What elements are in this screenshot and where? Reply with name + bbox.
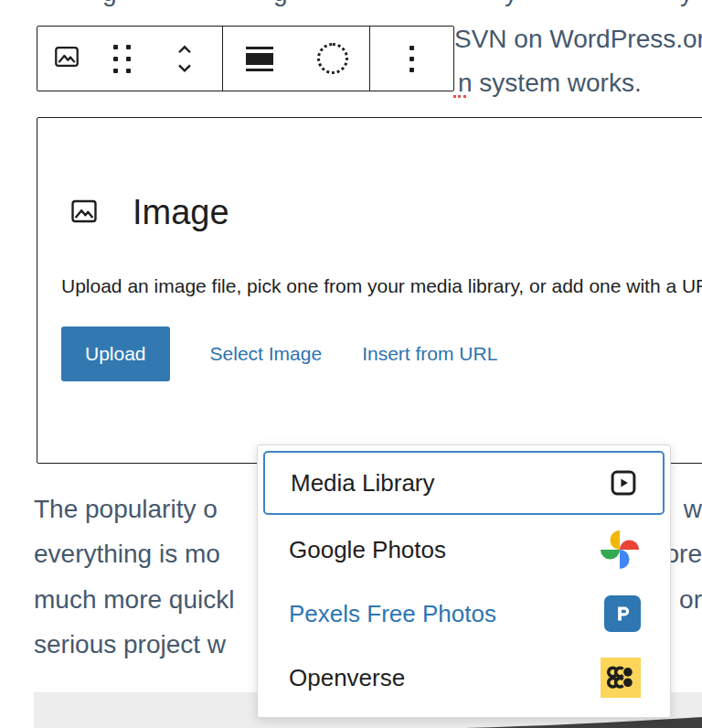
align-icon bbox=[246, 47, 273, 71]
image-block-placeholder[interactable]: Image Upload an image file, pick one fro… bbox=[37, 117, 702, 464]
menu-item-media-library[interactable]: Media Library bbox=[263, 451, 665, 515]
image-block-header: Image bbox=[69, 193, 229, 232]
menu-item-label: Media Library bbox=[291, 469, 608, 498]
toolbar-group-block bbox=[37, 27, 223, 91]
ellipsis-vertical-icon bbox=[410, 46, 414, 72]
pexels-icon bbox=[604, 595, 641, 632]
media-library-icon bbox=[608, 467, 639, 498]
image-block-title: Image bbox=[133, 193, 229, 232]
block-mover[interactable] bbox=[147, 27, 222, 91]
align-button[interactable] bbox=[223, 27, 296, 91]
options-button[interactable] bbox=[410, 27, 414, 91]
text-fragment: g bbox=[102, 0, 117, 7]
chevron-down-icon[interactable] bbox=[173, 59, 197, 77]
menu-item-label: Google Photos bbox=[289, 536, 599, 564]
upload-button[interactable]: Upload bbox=[61, 327, 170, 381]
menu-item-openverse[interactable]: Openverse bbox=[263, 646, 665, 710]
duotone-filter-icon bbox=[317, 43, 348, 74]
toolbar-group-format bbox=[223, 27, 370, 91]
image-block-actions: Upload Select Image Insert from URL bbox=[61, 327, 497, 381]
text-fragment: g bbox=[273, 0, 288, 7]
paragraph-fragment-left: much more quickl bbox=[34, 584, 234, 616]
clipped-top-text-line: g g y y bbox=[0, 0, 702, 8]
drag-handle-icon bbox=[113, 45, 131, 73]
image-block-type-button[interactable] bbox=[37, 27, 96, 91]
paragraph-text-behind-toolbar-line1[interactable]: SVN on WordPress.org bbox=[454, 25, 702, 54]
toolbar-group-more bbox=[370, 27, 453, 91]
menu-item-google-photos[interactable]: Google Photos bbox=[263, 518, 665, 582]
menu-item-label: Openverse bbox=[289, 664, 601, 692]
menu-item-pexels[interactable]: Pexels Free Photos bbox=[263, 582, 665, 646]
text-fragment: y bbox=[505, 0, 517, 7]
block-toolbar bbox=[37, 26, 454, 91]
paragraph-fragment-left: The popularity o bbox=[34, 494, 218, 525]
paragraph-fragment-left: serious project w bbox=[34, 629, 226, 660]
image-block-instruction: Upload an image file, pick one from your… bbox=[61, 275, 702, 297]
duotone-filter-button[interactable] bbox=[296, 27, 369, 91]
text-fragment: y bbox=[680, 0, 693, 7]
openverse-icon bbox=[601, 658, 641, 698]
media-source-menu: Media Library Google Photos Pexels Free … bbox=[257, 444, 671, 718]
image-block-icon bbox=[69, 196, 100, 230]
image-block-icon bbox=[52, 42, 81, 75]
menu-item-label: Pexels Free Photos bbox=[289, 600, 604, 628]
spellcheck-underline bbox=[453, 91, 466, 98]
insert-from-url-button[interactable]: Insert from URL bbox=[362, 343, 497, 365]
paragraph-fragment-left: everything is mo bbox=[34, 539, 220, 570]
dark-image-shape bbox=[463, 717, 702, 728]
drag-handle[interactable] bbox=[96, 27, 147, 91]
paragraph-fragment-right: w bbox=[684, 494, 702, 525]
paragraph-text-behind-toolbar-line2[interactable]: n system works. bbox=[458, 69, 642, 98]
paragraph-fragment-right: or bbox=[679, 584, 702, 616]
select-image-button[interactable]: Select Image bbox=[210, 343, 323, 365]
google-photos-icon bbox=[599, 529, 641, 571]
